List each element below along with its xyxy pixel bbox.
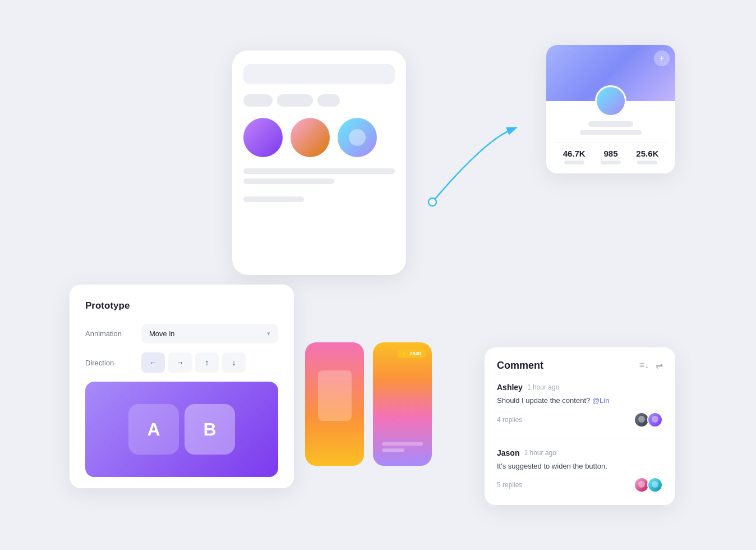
stat-followers: 46.7K — [563, 149, 586, 164]
profile-name-placeholder — [588, 121, 633, 127]
stat-followers-line — [564, 161, 584, 164]
replies-count-jason: 5 replies — [497, 481, 522, 489]
chevron-down-icon: ▾ — [267, 330, 270, 337]
svg-point-0 — [428, 198, 436, 206]
phone-previews: ⚡ 284K — [305, 342, 432, 466]
mockup-avatar-1 — [243, 118, 283, 157]
phone-badge: ⚡ 284K — [397, 349, 426, 358]
mockup-search-bar — [243, 64, 395, 84]
dir-left-button[interactable]: ← — [141, 352, 165, 373]
reply-avatars-ashley — [634, 412, 663, 428]
profile-card: + 46.7K 985 25.6K — [546, 45, 675, 173]
ab-box-a: A — [128, 404, 179, 455]
stat-likes-value: 25.6K — [636, 149, 658, 158]
comment-entry-jason: Jason 1 hour ago It's suggested to widen… — [497, 448, 663, 493]
animation-value: Move in — [149, 329, 175, 338]
reply-avatar-4 — [647, 477, 663, 493]
animation-label: Annimation — [85, 329, 141, 338]
plus-button[interactable]: + — [654, 51, 670, 66]
mockup-avatars — [243, 118, 395, 157]
filter-icon[interactable]: ⇌ — [656, 360, 663, 371]
ab-preview: A B — [85, 382, 278, 477]
phone-bottom-lines — [382, 442, 423, 455]
phone-preview-pink — [305, 342, 364, 466]
mockup-pills — [243, 94, 395, 107]
mockup-pill — [277, 94, 313, 107]
comment-replies-jason: 5 replies — [497, 477, 663, 493]
stat-followers-value: 46.7K — [563, 149, 586, 158]
comment-icons: ≡↓ ⇌ — [639, 360, 663, 371]
phone-bottom-line — [382, 442, 423, 446]
phone-pink-inner — [318, 370, 352, 421]
comment-title: Comment — [497, 360, 543, 372]
scene: + 46.7K 985 25.6K — [70, 28, 686, 522]
direction-row: Direction ← → ↑ ↓ — [85, 352, 278, 373]
comment-text-ashley: Should I update the content? @Lin — [497, 395, 663, 406]
comment-username-jason: Jason — [497, 448, 519, 457]
reply-avatar-2 — [647, 412, 663, 428]
profile-avatar — [595, 85, 626, 117]
comment-header: Comment ≡↓ ⇌ — [497, 360, 663, 372]
comment-replies-ashley: 4 replies — [497, 412, 663, 428]
animation-select[interactable]: Move in ▾ — [141, 324, 278, 343]
phone-preview-gradient: ⚡ 284K — [373, 342, 432, 466]
comment-mention-ashley[interactable]: @Lin — [592, 396, 610, 405]
mockup-pill — [243, 94, 273, 107]
reply-avatars-jason — [634, 477, 663, 493]
badge-icon: ⚡ — [402, 351, 408, 356]
direction-buttons: ← → ↑ ↓ — [141, 352, 278, 373]
mockup-line — [243, 168, 395, 174]
comment-user-line-jason: Jason 1 hour ago — [497, 448, 663, 457]
direction-label: Direction — [85, 359, 141, 367]
replies-count-ashley: 4 replies — [497, 416, 522, 424]
stat-likes-line — [637, 161, 657, 164]
ab-box-b: B — [185, 404, 235, 455]
badge-value: 284K — [409, 351, 422, 356]
profile-bio-placeholder — [580, 130, 642, 135]
comment-username-ashley: Ashley — [497, 383, 523, 392]
stat-following: 985 — [601, 149, 621, 164]
comment-user-line-ashley: Ashley 1 hour ago — [497, 383, 663, 392]
dir-down-button[interactable]: ↓ — [222, 352, 246, 373]
mockup-avatar-3 — [338, 118, 377, 157]
phone-bottom-line-2 — [382, 448, 404, 452]
prototype-title: Prototype — [85, 300, 278, 311]
stat-likes: 25.6K — [636, 149, 658, 164]
stat-following-line — [601, 161, 621, 164]
mockup-line-shorter — [243, 196, 304, 202]
profile-card-header: + — [546, 45, 675, 101]
dir-right-button[interactable]: → — [168, 352, 192, 373]
comment-time-jason: 1 hour ago — [524, 449, 556, 457]
stat-following-value: 985 — [601, 149, 621, 158]
mobile-mockup — [232, 51, 406, 275]
comment-panel: Comment ≡↓ ⇌ Ashley 1 hour ago Should I … — [485, 347, 675, 505]
sort-icon[interactable]: ≡↓ — [639, 360, 649, 371]
mockup-pill — [317, 94, 340, 107]
comment-entry-ashley: Ashley 1 hour ago Should I update the co… — [497, 383, 663, 438]
comment-text-jason: It's suggested to widen the button. — [497, 461, 663, 472]
mockup-avatar-2 — [291, 118, 330, 157]
mockup-line-short — [243, 178, 334, 184]
dir-up-button[interactable]: ↑ — [195, 352, 219, 373]
comment-time-ashley: 1 hour ago — [527, 383, 559, 391]
profile-stats: 46.7K 985 25.6K — [555, 143, 666, 164]
animation-row: Annimation Move in ▾ — [85, 324, 278, 343]
prototype-panel: Prototype Annimation Move in ▾ Direction… — [70, 285, 294, 488]
